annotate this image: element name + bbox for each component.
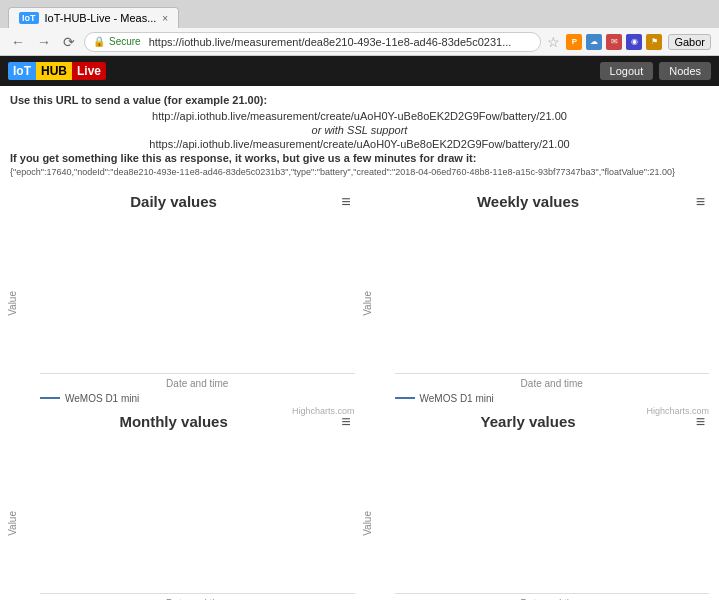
app-logo: IoT HUB Live [8,62,106,80]
response-note-text: If you get something like this as respon… [10,152,476,164]
chart-weekly-area: Value Date and time WeMOS D1 mini Highch… [365,219,710,399]
url-text: https://iothub.live/measurement/dea8e210… [149,36,512,48]
header-buttons: Logout Nodes [600,62,711,80]
refresh-button[interactable]: ⟳ [60,34,78,50]
api-url: http://api.iothub.live/measurement/creat… [10,110,709,122]
chart-monthly-title: Monthly values [10,413,337,430]
forward-button[interactable]: → [34,34,54,50]
browser-icons: P ☁ ✉ ◉ ⚑ [566,34,662,50]
ext-icon-5[interactable]: ⚑ [646,34,662,50]
charts-grid: Daily values ≡ Value Date and time WeMOS… [10,189,709,600]
nodes-button[interactable]: Nodes [659,62,711,80]
logout-button[interactable]: Logout [600,62,654,80]
chart-daily-menu-icon[interactable]: ≡ [337,193,354,211]
response-note: If you get something like this as respon… [10,152,709,164]
chart-monthly-y-label: Value [7,511,18,536]
secure-icon: 🔒 [93,36,105,47]
chart-weekly-legend-label: WeMOS D1 mini [420,393,494,404]
chart-weekly-title: Weekly values [365,193,692,210]
chart-monthly: Monthly values ≡ Value Date and time WeM… [10,409,355,600]
logo-iot: IoT [8,62,36,80]
tab-favicon: IoT [19,12,39,24]
api-url-ssl: https://api.iothub.live/measurement/crea… [10,138,709,150]
chart-daily-legend-label: WeMOS D1 mini [65,393,139,404]
chart-yearly: Yearly values ≡ Value Date and time WeMO… [365,409,710,600]
chart-daily-legend: WeMOS D1 mini [40,393,355,404]
chart-yearly-y-label: Value [362,511,373,536]
ext-icon-1[interactable]: P [566,34,582,50]
chart-weekly-x-label: Date and time [395,378,710,389]
response-example: {"epoch":17640,"nodeId":"dea8e210-493e-1… [10,166,709,179]
chart-daily-title: Daily values [10,193,337,210]
chart-monthly-header: Monthly values ≡ [10,409,355,435]
user-badge[interactable]: Gabor [668,34,711,50]
chart-monthly-inner [40,439,355,594]
chart-yearly-header: Yearly values ≡ [365,409,710,435]
address-bar-row: ← → ⟳ 🔒 Secure https://iothub.live/measu… [0,28,719,56]
chart-monthly-menu-icon[interactable]: ≡ [337,413,354,431]
logo-live: Live [72,62,106,80]
chart-daily-inner [40,219,355,374]
logo-hub: HUB [36,62,72,80]
star-icon[interactable]: ☆ [547,34,560,50]
ext-icon-2[interactable]: ☁ [586,34,602,50]
chart-daily: Daily values ≡ Value Date and time WeMOS… [10,189,355,399]
address-bar[interactable]: 🔒 Secure https://iothub.live/measurement… [84,32,541,52]
chart-weekly-header: Weekly values ≡ [365,189,710,215]
chart-monthly-area: Value Date and time WeMOS D1 mini Highch… [10,439,355,600]
chart-weekly-legend: WeMOS D1 mini [395,393,710,404]
ext-icon-4[interactable]: ◉ [626,34,642,50]
ext-icon-3[interactable]: ✉ [606,34,622,50]
url-instruction: Use this URL to send a value (for exampl… [10,94,709,106]
app-header: IoT HUB Live Logout Nodes [0,56,719,86]
chart-daily-y-label: Value [7,291,18,316]
main-content: Use this URL to send a value (for exampl… [0,86,719,600]
tab-bar: IoT IoT-HUB-Live - Meas... × [0,0,719,28]
chart-weekly-inner [395,219,710,374]
chart-daily-legend-line [40,397,60,399]
chart-weekly-menu-icon[interactable]: ≡ [692,193,709,211]
chart-yearly-menu-icon[interactable]: ≡ [692,413,709,431]
ssl-label: or with SSL support [10,124,709,136]
instruction-label: Use this URL to send a value (for exampl… [10,94,267,106]
chart-weekly-legend-line [395,397,415,399]
back-button[interactable]: ← [8,34,28,50]
chart-daily-x-label: Date and time [40,378,355,389]
chart-yearly-inner [395,439,710,594]
chart-yearly-area: Value Date and time WeMOS D1 mini Highch… [365,439,710,600]
chart-weekly: Weekly values ≡ Value Date and time WeMO… [365,189,710,399]
chart-daily-header: Daily values ≡ [10,189,355,215]
chart-weekly-y-label: Value [362,291,373,316]
tab-close-icon[interactable]: × [162,13,168,24]
chart-daily-area: Value Date and time WeMOS D1 mini Highch… [10,219,355,399]
chart-yearly-title: Yearly values [365,413,692,430]
tab-title: IoT-HUB-Live - Meas... [45,12,157,24]
active-tab[interactable]: IoT IoT-HUB-Live - Meas... × [8,7,179,28]
secure-label: Secure [109,36,141,47]
